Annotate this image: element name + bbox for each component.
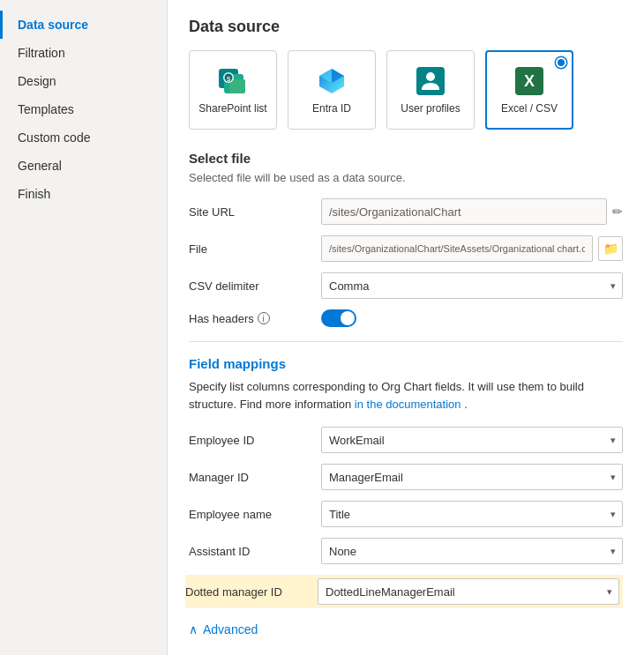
userprofiles-icon: [415, 65, 446, 97]
employee-id-wrapper: WorkEmail ▾: [321, 427, 623, 453]
field-mappings-title: Field mappings: [189, 356, 623, 371]
site-url-control: ✏: [321, 198, 623, 225]
file-input[interactable]: [321, 235, 593, 262]
select-file-section: Select file Selected file will be used a…: [189, 151, 623, 327]
select-file-title: Select file: [189, 151, 623, 166]
field-assistant-id-row: Assistant ID None ▾: [189, 538, 623, 564]
sidebar-item-data-source[interactable]: Data source: [0, 11, 167, 39]
svg-text:S: S: [227, 76, 231, 82]
card-sharepoint[interactable]: S SharePoint list: [189, 50, 277, 130]
sidebar-item-filtration[interactable]: Filtration: [0, 39, 167, 67]
assistant-id-wrapper: None ▾: [321, 538, 623, 564]
sidebar-item-design[interactable]: Design: [0, 67, 167, 95]
edit-icon[interactable]: ✏: [612, 205, 623, 219]
excel-icon: X: [513, 65, 545, 97]
card-entra[interactable]: Entra ID: [288, 50, 376, 130]
field-dotted-manager-id-control: DottedLineManagerEmail ▾: [318, 578, 619, 605]
field-employee-name-control: Title ▾: [321, 501, 623, 527]
card-sharepoint-label: SharePoint list: [198, 102, 266, 115]
sidebar-item-templates[interactable]: Templates: [0, 95, 167, 123]
file-row: File 📁: [189, 235, 623, 262]
page-title: Data source: [189, 18, 623, 36]
csv-delimiter-label: CSV delimiter: [189, 279, 321, 293]
sharepoint-icon: S: [217, 65, 249, 97]
field-employee-name-label: Employee name: [189, 508, 321, 521]
divider: [189, 341, 623, 342]
dotted-manager-id-select[interactable]: DottedLineManagerEmail: [318, 578, 619, 605]
sidebar-item-general[interactable]: General: [0, 152, 167, 180]
csv-delimiter-select[interactable]: Comma Semicolon Tab Pipe: [321, 272, 623, 299]
card-userprofiles[interactable]: User profiles: [386, 50, 475, 130]
csv-delimiter-row: CSV delimiter Comma Semicolon Tab Pipe ▾: [189, 272, 623, 299]
site-url-row: Site URL ✏: [189, 198, 623, 225]
has-headers-control: [321, 309, 623, 327]
field-manager-id-row: Manager ID ManagerEmail ▾: [189, 464, 623, 490]
sidebar: Data source Filtration Design Templates …: [0, 0, 168, 655]
site-url-label: Site URL: [189, 205, 321, 219]
assistant-id-select[interactable]: None: [321, 538, 623, 564]
sidebar-item-custom-code[interactable]: Custom code: [0, 123, 167, 152]
employee-id-select[interactable]: WorkEmail: [321, 427, 623, 453]
file-browse-icon[interactable]: 📁: [598, 236, 623, 261]
card-excel[interactable]: X Excel / CSV: [485, 50, 573, 130]
datasource-cards: S SharePoint list Entra ID: [189, 50, 623, 130]
has-headers-row: Has headers i: [189, 309, 623, 327]
field-dotted-manager-id-row: Dotted manager ID DottedLineManagerEmail…: [185, 575, 623, 608]
main-content: Data source S SharePoint list: [168, 0, 644, 655]
site-url-input[interactable]: [321, 198, 607, 225]
select-file-desc: Selected file will be used as a data sou…: [189, 171, 623, 184]
has-headers-label: Has headers i: [189, 312, 321, 325]
field-assistant-id-label: Assistant ID: [189, 545, 321, 558]
advanced-label: Advanced: [203, 622, 258, 636]
advanced-chevron-icon: ∧: [189, 622, 198, 636]
documentation-link[interactable]: in the documentation: [355, 398, 461, 411]
field-employee-id-control: WorkEmail ▾: [321, 427, 623, 453]
dotted-manager-id-wrapper: DottedLineManagerEmail ▾: [318, 578, 619, 605]
file-label: File: [189, 242, 321, 256]
field-dotted-manager-id-label: Dotted manager ID: [185, 585, 318, 599]
card-excel-label: Excel / CSV: [501, 102, 558, 115]
advanced-section[interactable]: ∧ Advanced: [189, 622, 623, 636]
sidebar-item-finish[interactable]: Finish: [0, 180, 167, 208]
entra-icon: [316, 65, 348, 97]
field-manager-id-label: Manager ID: [189, 471, 321, 484]
file-control: 📁: [321, 235, 623, 262]
field-employee-id-label: Employee ID: [189, 434, 321, 447]
field-employee-id-row: Employee ID WorkEmail ▾: [189, 427, 623, 453]
field-employee-name-row: Employee name Title ▾: [189, 501, 623, 527]
field-assistant-id-control: None ▾: [321, 538, 623, 564]
employee-name-wrapper: Title ▾: [321, 501, 623, 527]
has-headers-info-icon[interactable]: i: [258, 312, 270, 324]
svg-text:X: X: [524, 72, 535, 90]
csv-delimiter-control: Comma Semicolon Tab Pipe ▾: [321, 272, 623, 299]
manager-id-select[interactable]: ManagerEmail: [321, 464, 623, 490]
csv-delimiter-wrapper: Comma Semicolon Tab Pipe ▾: [321, 272, 623, 299]
card-entra-label: Entra ID: [312, 102, 351, 115]
manager-id-wrapper: ManagerEmail ▾: [321, 464, 623, 490]
field-mappings-desc: Specify list columns corresponding to Or…: [189, 378, 623, 413]
has-headers-toggle[interactable]: [321, 309, 356, 327]
field-mappings-section: Field mappings Specify list columns corr…: [189, 356, 623, 608]
svg-point-7: [426, 72, 435, 81]
card-userprofiles-label: User profiles: [401, 102, 460, 115]
employee-name-select[interactable]: Title: [321, 501, 623, 527]
selected-dot: [556, 57, 566, 68]
field-manager-id-control: ManagerEmail ▾: [321, 464, 623, 490]
